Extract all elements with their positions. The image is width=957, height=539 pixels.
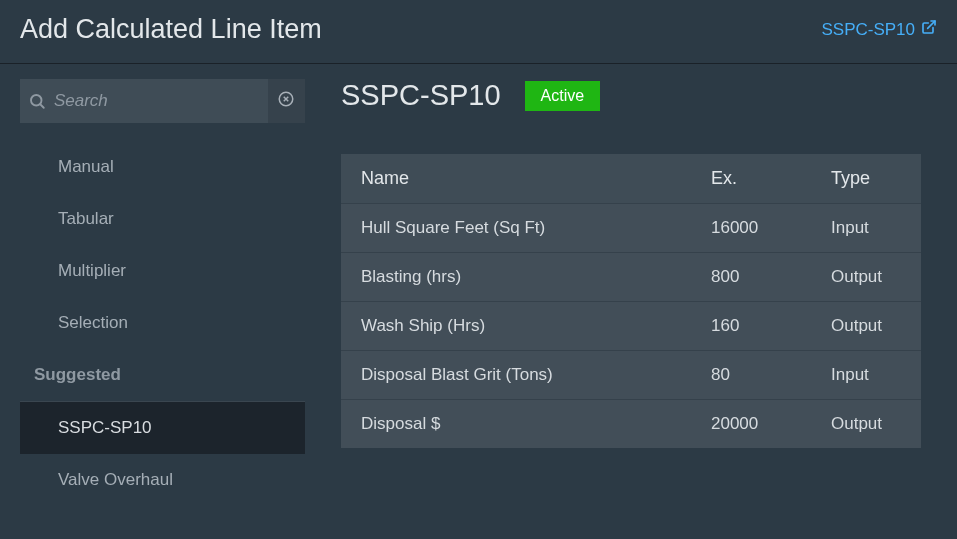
table-row: Disposal $ 20000 Output [341,399,921,448]
status-badge: Active [525,81,601,111]
sidebar-item-valve-overhaul[interactable]: Valve Overhaul [20,454,305,506]
sidebar-item-sspc-sp10[interactable]: SSPC-SP10 [20,402,305,454]
sidebar: Manual Tabular Multiplier Selection Sugg… [0,64,305,539]
sidebar-list: Manual Tabular Multiplier Selection Sugg… [20,141,305,506]
cell-ex: 20000 [691,400,811,448]
sidebar-item-label: Selection [58,313,128,332]
sidebar-item-selection[interactable]: Selection [20,297,305,349]
sidebar-item-tabular[interactable]: Tabular [20,193,305,245]
sidebar-item-label: Tabular [58,209,114,228]
dialog-body: Manual Tabular Multiplier Selection Sugg… [0,64,957,539]
sidebar-category-suggested: Suggested [20,349,305,402]
sidebar-item-label: Multiplier [58,261,126,280]
cell-ex: 16000 [691,204,811,252]
column-header-name: Name [341,154,691,203]
cell-name: Disposal $ [341,400,691,448]
sidebar-category-label: Suggested [34,365,121,384]
cell-name: Blasting (hrs) [341,253,691,301]
detail-link-label: SSPC-SP10 [821,20,915,40]
detail-link[interactable]: SSPC-SP10 [821,19,937,40]
parameters-table: Name Ex. Type Hull Square Feet (Sq Ft) 1… [341,154,921,448]
cell-type: Output [811,253,921,301]
search-box [20,79,305,123]
sidebar-item-label: SSPC-SP10 [58,418,152,437]
table-row: Blasting (hrs) 800 Output [341,252,921,301]
table-header: Name Ex. Type [341,154,921,203]
sidebar-item-label: Valve Overhaul [58,470,173,489]
main-header: SSPC-SP10 Active [341,79,921,112]
column-header-type: Type [811,154,921,203]
table-row: Disposal Blast Grit (Tons) 80 Input [341,350,921,399]
cell-ex: 800 [691,253,811,301]
cell-type: Output [811,400,921,448]
cell-name: Hull Square Feet (Sq Ft) [341,204,691,252]
cell-type: Output [811,302,921,350]
sidebar-item-multiplier[interactable]: Multiplier [20,245,305,297]
sidebar-item-label: Manual [58,157,114,176]
search-input[interactable] [54,91,268,111]
cell-ex: 80 [691,351,811,399]
clear-icon [277,90,295,112]
search-icon [20,92,54,110]
table-row: Wash Ship (Hrs) 160 Output [341,301,921,350]
column-header-ex: Ex. [691,154,811,203]
table-row: Hull Square Feet (Sq Ft) 16000 Input [341,203,921,252]
dialog-header: Add Calculated Line Item SSPC-SP10 [0,0,957,64]
cell-ex: 160 [691,302,811,350]
clear-search-button[interactable] [268,79,305,123]
svg-line-0 [928,21,935,28]
main-title: SSPC-SP10 [341,79,501,112]
cell-type: Input [811,351,921,399]
main-panel: SSPC-SP10 Active Name Ex. Type Hull Squa… [305,64,957,539]
svg-line-2 [40,104,43,107]
cell-name: Wash Ship (Hrs) [341,302,691,350]
dialog-title: Add Calculated Line Item [20,14,322,45]
sidebar-item-manual[interactable]: Manual [20,141,305,193]
external-link-icon [921,19,937,40]
cell-name: Disposal Blast Grit (Tons) [341,351,691,399]
cell-type: Input [811,204,921,252]
